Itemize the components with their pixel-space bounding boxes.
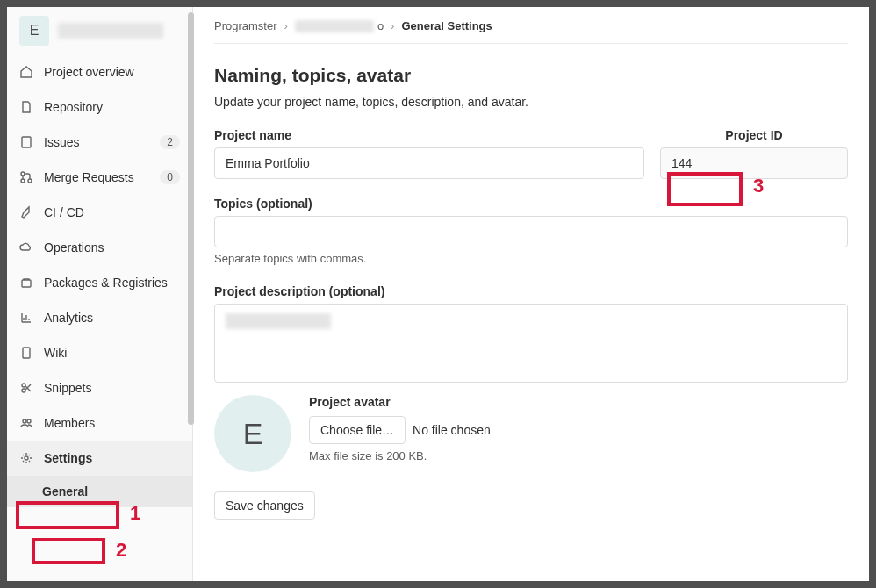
chart-icon (19, 311, 33, 325)
sidebar-item-merge-requests[interactable]: Merge Requests 0 (7, 160, 192, 195)
section-heading: Naming, topics, avatar (214, 65, 848, 86)
sidebar-item-packages[interactable]: Packages & Registries (7, 265, 192, 300)
section-subtitle: Update your project name, topics, descri… (214, 95, 848, 109)
sidebar-item-label: Settings (44, 451, 180, 465)
sidebar-item-label: Members (44, 416, 180, 430)
breadcrumb: Programster › o › General Settings (214, 19, 848, 43)
description-label: Project description (optional) (214, 284, 848, 298)
sidebar-item-label: Project overview (44, 65, 180, 79)
issues-badge: 2 (160, 135, 180, 149)
sidebar-item-members[interactable]: Members (7, 405, 192, 441)
svg-rect-5 (23, 348, 30, 358)
topics-hint: Separate topics with commas. (214, 252, 848, 265)
package-icon (19, 276, 33, 290)
scissors-icon (19, 381, 33, 395)
project-name-label: Project name (214, 128, 644, 142)
svg-point-3 (28, 179, 32, 183)
choose-file-button[interactable]: Choose file… (309, 416, 406, 444)
project-name-redacted (58, 23, 163, 39)
svg-point-9 (27, 419, 31, 423)
topics-input[interactable] (214, 216, 848, 247)
breadcrumb-programster[interactable]: Programster (214, 19, 277, 32)
sidebar-item-cicd[interactable]: CI / CD (7, 195, 192, 230)
sidebar-item-label: Wiki (44, 346, 180, 360)
home-icon (19, 65, 33, 79)
svg-rect-0 (22, 137, 31, 147)
svg-point-2 (21, 179, 25, 183)
avatar-label: Project avatar (309, 395, 848, 409)
project-avatar-large: E (214, 395, 291, 472)
project-id-label: Project ID (660, 128, 848, 142)
file-status: No file chosen (413, 423, 491, 437)
sidebar-item-settings[interactable]: Settings (7, 441, 192, 476)
file-hint: Max file size is 200 KB. (309, 449, 848, 463)
sidebar-item-label: Issues (44, 135, 149, 149)
cloud-icon (19, 240, 33, 255)
sidebar-item-label: Packages & Registries (44, 276, 180, 290)
book-icon (19, 346, 33, 360)
sidebar-header[interactable]: E (7, 7, 192, 54)
sidebar-item-label: CI / CD (44, 205, 180, 219)
svg-point-10 (25, 456, 28, 460)
project-name-input[interactable] (214, 147, 644, 179)
mr-badge: 0 (160, 170, 180, 184)
members-icon (19, 416, 33, 430)
sidebar-sub-item-label: General (42, 484, 88, 498)
chevron-right-icon: › (284, 19, 288, 32)
divider (214, 43, 848, 44)
project-id-input[interactable] (660, 147, 848, 179)
save-changes-button[interactable]: Save changes (214, 491, 315, 520)
svg-rect-4 (22, 280, 31, 287)
sidebar-item-snippets[interactable]: Snippets (7, 370, 192, 405)
merge-icon (19, 170, 33, 184)
svg-point-7 (22, 389, 25, 392)
gear-icon (19, 451, 33, 465)
chevron-right-icon: › (391, 19, 394, 32)
sidebar-item-label: Snippets (44, 381, 180, 395)
svg-point-6 (22, 384, 25, 387)
issues-icon (19, 135, 33, 149)
sidebar-item-label: Repository (44, 100, 180, 114)
sidebar-item-label: Merge Requests (44, 170, 149, 184)
main-content: Programster › o › General Settings Namin… (193, 7, 869, 581)
file-icon (19, 100, 33, 114)
description-redacted (226, 313, 331, 329)
sidebar-item-label: Operations (44, 240, 180, 255)
scrollbar[interactable] (188, 12, 194, 425)
topics-label: Topics (optional) (214, 197, 848, 211)
description-textarea[interactable] (214, 304, 848, 383)
breadcrumb-project-redacted[interactable] (295, 20, 374, 32)
rocket-icon (19, 205, 33, 219)
sidebar-item-wiki[interactable]: Wiki (7, 335, 192, 370)
sidebar-item-issues[interactable]: Issues 2 (7, 125, 192, 160)
sidebar-sub-item-general[interactable]: General (7, 476, 192, 507)
sidebar-item-operations[interactable]: Operations (7, 230, 192, 265)
svg-point-8 (23, 419, 26, 423)
breadcrumb-current: General Settings (401, 19, 492, 32)
sidebar-item-label: Analytics (44, 311, 180, 325)
sidebar: E Project overview Repository Issues 2 M… (7, 7, 193, 581)
sidebar-item-repository[interactable]: Repository (7, 90, 192, 125)
svg-point-1 (21, 172, 25, 176)
sidebar-item-analytics[interactable]: Analytics (7, 300, 192, 335)
sidebar-item-project-overview[interactable]: Project overview (7, 54, 192, 90)
project-avatar-small: E (19, 16, 49, 46)
